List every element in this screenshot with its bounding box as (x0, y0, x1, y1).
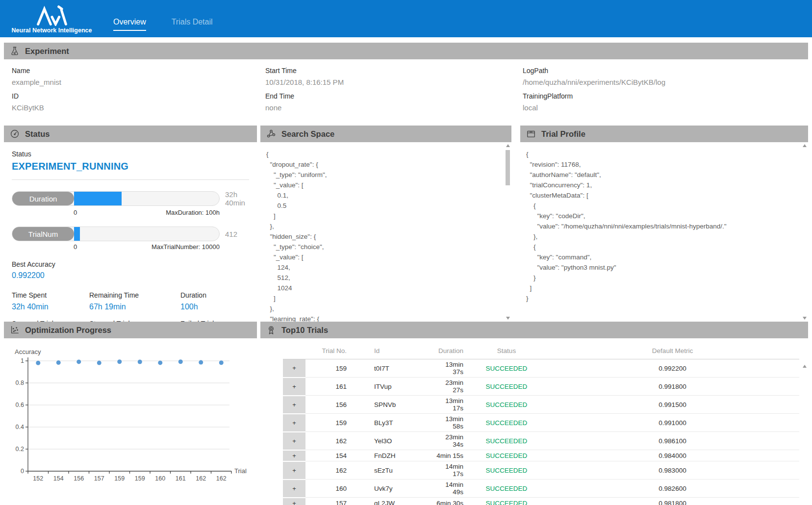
table-row: +156SPNVb13min 17sSUCCEEDED0.991500 (283, 396, 799, 414)
expand-row-button[interactable]: + (283, 396, 305, 413)
tab-trials-detail[interactable]: Trials Detail (172, 18, 213, 31)
experiment-section-header: Experiment (4, 43, 808, 59)
x-tick-label: 157 (94, 475, 104, 482)
duration-cell: 23min 34s (433, 432, 467, 450)
duration-cell: 13min 17s (433, 396, 467, 414)
experiment-title: Experiment (25, 47, 69, 56)
expand-row-button[interactable]: + (283, 480, 305, 497)
scatter-plot-icon (9, 325, 20, 335)
best-accuracy-label: Best Accuracy (12, 260, 249, 268)
status-cell: SUCCEEDED (467, 480, 546, 498)
top10-table: Trial No. Id Duration Status Default Met… (283, 345, 799, 505)
status-cell: SUCCEEDED (467, 432, 546, 450)
col-id: Id (351, 345, 433, 359)
duration-cell: 14min 49s (433, 480, 467, 498)
divider (12, 179, 249, 180)
best-accuracy-value: 0.992200 (12, 271, 249, 280)
top10-section-header: Top10 Trials (260, 322, 808, 338)
trial-no-cell: 159 (305, 414, 351, 432)
field-label: Name (12, 67, 260, 75)
field-label: ID (12, 92, 260, 100)
data-point (199, 360, 203, 365)
progress-fill (74, 192, 122, 205)
field-label: TrainingPlatform (523, 92, 808, 100)
best-accuracy: Best Accuracy 0.992200 (12, 260, 249, 280)
stat-value: 100h (180, 303, 249, 311)
trial-no-cell: 154 (305, 450, 351, 461)
x-tick-label: 152 (33, 475, 43, 482)
table-row: +160Uvk7y14min 49sSUCCEEDED0.982600 (283, 480, 799, 498)
field-value: 10/31/2018, 8:16:15 PM (265, 78, 520, 86)
field-value: /home/quzha/nni/experiments/KCiBytKB/log (523, 78, 808, 86)
expand-row-button[interactable]: + (283, 432, 305, 450)
status-section-header: Status (4, 126, 257, 142)
trial-id-cell: Yel3O (351, 432, 433, 450)
progress-track: Duration (12, 191, 220, 206)
nav-tabs: Overview Trials Detail (113, 18, 213, 37)
expand-row-button[interactable]: + (283, 378, 305, 395)
data-point (219, 360, 224, 365)
table-row: +157gL2JW6min 30sSUCCEEDED0.981800 (283, 498, 799, 505)
trial-no-cell: 157 (305, 498, 351, 505)
x-tick-label: 154 (53, 475, 64, 482)
scroll-down-icon[interactable] (506, 317, 510, 320)
top10-title: Top10 Trials (281, 326, 328, 335)
col-trial-no: Trial No. (305, 345, 351, 359)
data-point (138, 360, 142, 364)
trial-profile-section-header: Trial Profile (520, 126, 808, 142)
expand-row-button[interactable]: + (283, 498, 305, 505)
scrollbar[interactable] (801, 364, 808, 505)
duration-cell: 14min 17s (433, 461, 467, 480)
status-cell: SUCCEEDED (467, 359, 546, 378)
scrollbar[interactable] (801, 143, 808, 321)
table-row: +154FnDZH4min 15sSUCCEEDED0.984000 (283, 450, 799, 461)
trial-id-cell: SPNVb (351, 396, 433, 414)
scroll-up-icon[interactable] (803, 144, 807, 147)
stat-value: 32h 40min (12, 303, 89, 311)
status-label: Status (12, 150, 249, 158)
trial-id-cell: FnDZH (351, 450, 433, 461)
table-row: +161ITVup23min 27sSUCCEEDED0.991800 (283, 378, 799, 396)
scrollbar-thumb[interactable] (506, 150, 510, 185)
scroll-up-icon[interactable] (803, 365, 807, 368)
table-row: +162Yel3O23min 34sSUCCEEDED0.986100 (283, 432, 799, 450)
col-default-metric: Default Metric (546, 345, 799, 359)
progress-value: 412 (225, 230, 237, 238)
status-cell: SUCCEEDED (467, 378, 546, 396)
scroll-up-icon[interactable] (506, 144, 510, 147)
status-cell: SUCCEEDED (467, 498, 546, 505)
scroll-down-icon[interactable] (803, 317, 807, 320)
y-tick-label: 0.8 (16, 379, 24, 386)
scrollbar[interactable] (505, 143, 511, 321)
data-point (97, 361, 102, 365)
trial-profile-panel: Trial Profile { "revision": 11768, "auth… (520, 126, 808, 322)
expand-row-button[interactable]: + (283, 462, 305, 479)
expand-row-button[interactable]: + (283, 414, 305, 431)
x-tick-label: 162 (196, 475, 206, 482)
trialnum-progress: TrialNum 412 (12, 227, 249, 241)
trial-no-cell: 162 (305, 432, 351, 450)
optimization-panel: Optimization Progress Accuracy (4, 322, 257, 505)
progress-max: MaxDuration: 100h (166, 209, 220, 216)
tab-overview[interactable]: Overview (113, 18, 146, 31)
field-value: example_mnist (12, 78, 260, 86)
duration-cell: 4min 15s (433, 450, 467, 461)
data-point (178, 359, 183, 364)
top-navbar: Neural Network Intelligence Overview Tri… (0, 0, 812, 37)
archive-box-icon (526, 129, 536, 139)
status-cell: SUCCEEDED (467, 461, 546, 480)
progress-value: 32h 40min (225, 190, 249, 207)
progress-max: MaxTrialNumber: 10000 (152, 243, 220, 251)
field-value: local (523, 103, 808, 112)
expand-row-button[interactable]: + (283, 451, 305, 461)
progress-fill (74, 227, 80, 241)
data-point (158, 360, 162, 365)
y-tick-label: 0 (21, 468, 24, 475)
trial-id-cell: t0I7T (351, 359, 433, 378)
data-point (117, 359, 122, 364)
y-axis-title: Accuracy (15, 348, 41, 355)
y-tick-label: 1 (21, 357, 24, 364)
trial-no-cell: 159 (305, 359, 351, 378)
expand-row-button[interactable]: + (283, 359, 305, 377)
field-value: KCiBytKB (12, 103, 260, 112)
